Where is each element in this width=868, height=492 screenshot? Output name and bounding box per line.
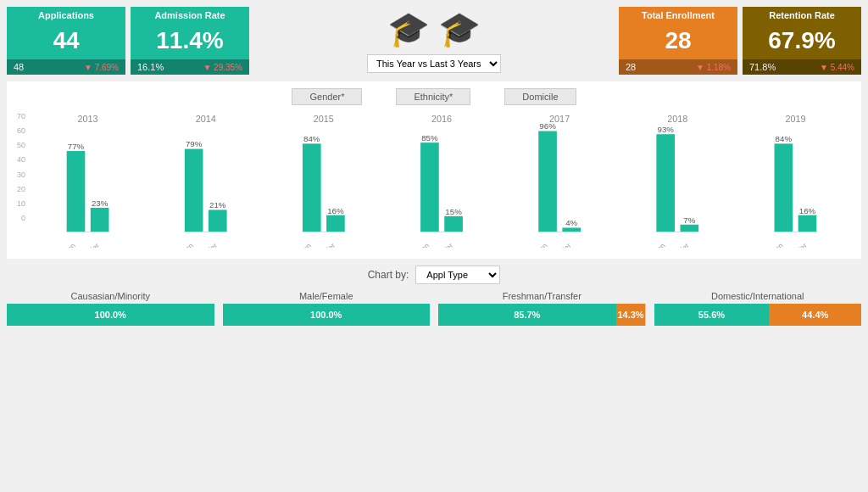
- progress-bars-row: Causasian/Minority100.0%Male/Female100.0…: [7, 291, 861, 326]
- svg-text:2013: 2013: [78, 115, 98, 125]
- svg-rect-1: [67, 151, 86, 232]
- progress-item-2: Freshman/Transfer85.7%14.3%: [438, 291, 646, 326]
- applications-footer-left: 48: [14, 62, 24, 72]
- svg-text:Transfer: Transfer: [430, 241, 455, 248]
- progress-segment-1-0: 100.0%: [223, 304, 431, 326]
- svg-text:Freshman: Freshman: [283, 241, 313, 248]
- enrollment-card: Total Enrollment 28 28 ▼ 1.18%: [619, 7, 737, 75]
- applications-footer-right: ▼ 7.69%: [84, 63, 119, 72]
- retention-footer-left: 71.8%: [749, 62, 776, 72]
- svg-text:2015: 2015: [314, 115, 334, 125]
- retention-title: Retention Rate: [743, 7, 861, 22]
- progress-bar-3: 55.6%44.4%: [654, 304, 862, 326]
- progress-bar-0: 100.0%: [7, 304, 214, 326]
- enrollment-footer: 28 ▼ 1.18%: [619, 59, 737, 75]
- grad-icon-male: 🎓: [438, 9, 481, 49]
- progress-segment-3-0: 55.6%: [654, 304, 770, 326]
- grad-icons-container: 🎓 🎓: [387, 9, 481, 49]
- middle-section: 🎓 🎓 This Year vs Last 3 YearsThis Year v…: [254, 7, 614, 75]
- enrollment-title: Total Enrollment: [619, 7, 737, 22]
- progress-bar-2: 85.7%14.3%: [438, 304, 646, 326]
- svg-text:Freshman: Freshman: [637, 241, 667, 248]
- chart-header: Gender* Ethnicity* Domicile: [14, 88, 854, 105]
- svg-text:85%: 85%: [421, 133, 438, 143]
- svg-rect-25: [420, 143, 439, 232]
- svg-text:7%: 7%: [683, 215, 696, 225]
- svg-text:Transfer: Transfer: [75, 241, 101, 248]
- progress-segment-2-0: 85.7%: [438, 304, 616, 326]
- applications-value: 44: [7, 22, 125, 59]
- progress-item-0: Causasian/Minority100.0%: [7, 291, 214, 326]
- admission-value: 11.4%: [131, 22, 249, 59]
- svg-rect-9: [185, 149, 203, 232]
- svg-text:96%: 96%: [539, 122, 556, 131]
- svg-text:Freshman: Freshman: [165, 241, 195, 248]
- year-select[interactable]: This Year vs Last 3 YearsThis Year vs La…: [367, 54, 501, 73]
- progress-bar-1: 100.0%: [223, 304, 431, 326]
- svg-text:4%: 4%: [565, 219, 578, 228]
- svg-text:Transfer: Transfer: [665, 241, 691, 248]
- svg-text:21%: 21%: [209, 201, 226, 210]
- svg-text:84%: 84%: [303, 135, 320, 144]
- svg-text:Freshman: Freshman: [755, 241, 785, 248]
- chart-by-row: Chart by: Appl TypeGenderEthnicityDomici…: [7, 266, 861, 284]
- progress-title-1: Male/Female: [223, 291, 431, 301]
- y-axis: 70 60 50 40 30 20 10 0: [14, 112, 29, 222]
- svg-text:Transfer: Transfer: [548, 241, 573, 248]
- retention-footer: 71.8% ▼ 5.44%: [743, 59, 861, 75]
- admission-footer-left: 16.1%: [137, 62, 164, 72]
- bars-container: 201377%23%FreshmanTransfer201479%21%Fres…: [29, 112, 854, 252]
- svg-rect-27: [444, 216, 463, 232]
- svg-text:Freshman: Freshman: [47, 241, 77, 248]
- year-dropdown-container[interactable]: This Year vs Last 3 YearsThis Year vs La…: [367, 54, 501, 73]
- chart-by-select[interactable]: Appl TypeGenderEthnicityDomicile: [415, 266, 500, 284]
- svg-text:Transfer: Transfer: [312, 241, 337, 248]
- progress-title-3: Domestic/International: [654, 291, 862, 301]
- svg-text:84%: 84%: [776, 135, 793, 144]
- svg-text:Freshman: Freshman: [520, 241, 549, 248]
- retention-footer-right: ▼ 5.44%: [820, 63, 854, 72]
- ethnicity-label: Ethnicity*: [396, 88, 470, 105]
- svg-text:77%: 77%: [68, 142, 85, 151]
- gender-label: Gender*: [292, 88, 362, 105]
- svg-text:Freshman: Freshman: [402, 241, 431, 248]
- svg-rect-43: [681, 225, 699, 232]
- admission-card: Admission Rate 11.4% 16.1% ▼ 29.35%: [131, 7, 249, 75]
- grad-icon-female: 🎓: [387, 9, 430, 49]
- svg-rect-35: [562, 227, 581, 232]
- progress-segment-0-0: 100.0%: [7, 304, 214, 326]
- svg-rect-19: [326, 215, 345, 232]
- progress-title-2: Freshman/Transfer: [438, 291, 646, 301]
- svg-rect-3: [91, 208, 109, 232]
- svg-text:Transfer: Transfer: [193, 241, 219, 248]
- svg-rect-49: [775, 143, 793, 232]
- admission-footer: 16.1% ▼ 29.35%: [131, 59, 249, 75]
- applications-footer: 48 ▼ 7.69%: [7, 59, 125, 75]
- svg-text:23%: 23%: [92, 198, 108, 208]
- svg-text:15%: 15%: [445, 207, 462, 216]
- svg-rect-33: [538, 131, 557, 232]
- applications-card: Applications 44 48 ▼ 7.69%: [7, 7, 125, 75]
- chart-by-label: Chart by:: [368, 269, 409, 281]
- svg-text:2016: 2016: [431, 115, 452, 125]
- enrollment-value: 28: [619, 22, 737, 59]
- svg-text:2019: 2019: [785, 115, 805, 125]
- svg-rect-41: [656, 134, 675, 232]
- svg-rect-17: [303, 143, 321, 232]
- svg-text:2014: 2014: [196, 115, 216, 125]
- progress-segment-3-1: 44.4%: [769, 304, 861, 326]
- progress-item-1: Male/Female100.0%: [223, 291, 431, 326]
- retention-card: Retention Rate 67.9% 71.8% ▼ 5.44%: [743, 7, 861, 75]
- svg-text:2018: 2018: [667, 115, 687, 125]
- admission-footer-right: ▼ 29.35%: [203, 63, 242, 72]
- svg-text:Transfer: Transfer: [783, 241, 809, 248]
- progress-item-3: Domestic/International55.6%44.4%: [654, 291, 862, 326]
- admission-title: Admission Rate: [131, 7, 249, 22]
- domicile-label: Domicile: [504, 88, 576, 105]
- svg-rect-51: [798, 215, 817, 232]
- svg-text:16%: 16%: [327, 206, 344, 215]
- retention-value: 67.9%: [743, 22, 861, 59]
- bar-chart-wrapper: 70 60 50 40 30 20 10 0 201377%23%Freshma…: [14, 109, 854, 252]
- progress-segment-2-1: 14.3%: [616, 304, 646, 326]
- bar-chart-svg: 201377%23%FreshmanTransfer201479%21%Fres…: [29, 112, 854, 248]
